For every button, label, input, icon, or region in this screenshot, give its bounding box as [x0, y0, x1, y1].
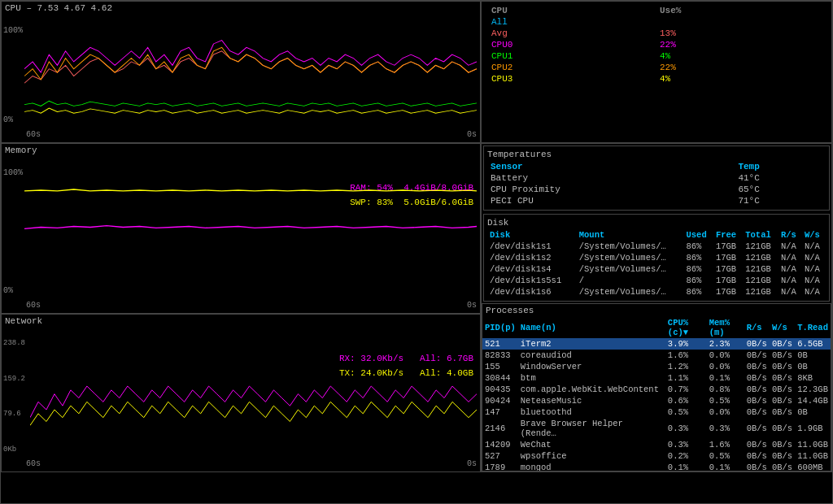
proc-col-header: R/s — [744, 317, 770, 338]
disk-section: Disk DiskMountUsedFreeTotalR/sW/s /dev/d… — [483, 214, 830, 302]
proc-cell: 0.7% — [665, 384, 707, 395]
proc-col-header: Mem%(m) — [707, 317, 744, 338]
proc-col-header: CPU%(c)▼ — [665, 317, 707, 338]
disk-col-header: Total — [743, 229, 778, 241]
legend-cpu-value: 22% — [656, 62, 825, 73]
cpu-time-labels: 60s 0s — [26, 130, 477, 139]
proc-cell: 0.0% — [707, 350, 744, 361]
disk-col-header: W/s — [802, 229, 826, 241]
proc-cell: 8KB — [795, 372, 831, 384]
disk-cell: 86% — [684, 241, 713, 252]
proc-cell: 521 — [482, 338, 518, 350]
proc-cell: 0B/s — [770, 439, 795, 450]
proc-row[interactable]: 2146Brave Browser Helper (Rende…0.3%0.3%… — [482, 418, 831, 439]
proc-cell: 0.1% — [665, 462, 707, 471]
disk-cell: 17GB — [713, 263, 743, 275]
proc-row[interactable]: 90424NeteaseMusic0.6%0.5%0B/s0B/s14.4GB — [482, 395, 831, 406]
proc-cell: 0.5% — [707, 450, 744, 462]
proc-cell: NeteaseMusic — [518, 395, 665, 406]
proc-col-header: PID(p) — [482, 317, 518, 338]
legend-cpu-name: All — [488, 16, 656, 28]
proc-cell: 0B/s — [744, 418, 770, 439]
network-rx-stat: RX: 32.0Kb/s All: 6.7GB — [339, 352, 473, 367]
disk-cell: N/A — [778, 275, 802, 286]
proc-row[interactable]: 14209WeChat0.3%1.6%0B/s0B/s11.0GB — [482, 439, 831, 450]
disk-cell: 86% — [684, 263, 713, 275]
proc-cell: 0.3% — [707, 418, 744, 439]
processes-title: Processes — [482, 304, 831, 317]
proc-cell: 0.5% — [707, 395, 744, 406]
proc-cell: 0B/s — [744, 406, 770, 418]
proc-row[interactable]: 147bluetoothd0.5%0.0%0B/s0B/s0B — [482, 406, 831, 418]
proc-cell: iTerm2 — [518, 338, 665, 350]
proc-cell: 0B/s — [770, 372, 795, 384]
proc-cell: 1789 — [482, 462, 518, 471]
disk-col-header: Mount — [577, 229, 684, 241]
legend-cpu-name: CPU2 — [488, 62, 656, 73]
disk-cell: N/A — [802, 275, 826, 286]
legend-cpu-value: 4% — [656, 50, 825, 62]
disk-cell: N/A — [802, 263, 826, 275]
proc-cell: mongod — [518, 462, 665, 471]
disk-cell: N/A — [778, 286, 802, 298]
disk-cell: /dev/disk1s2 — [487, 252, 577, 263]
proc-cell: 90424 — [482, 395, 518, 406]
proc-cell: coreaudiod — [518, 350, 665, 361]
proc-row[interactable]: 1789mongod0.1%0.1%0B/s0B/s600MB — [482, 462, 831, 471]
disk-cell: 17GB — [713, 286, 743, 298]
proc-cell: 0B/s — [744, 439, 770, 450]
disk-cell: 86% — [684, 275, 713, 286]
cpu-y-labels: 100% 0% — [3, 26, 23, 124]
proc-cell: 0B/s — [744, 361, 770, 372]
disk-cell: /System/Volumes/… — [577, 241, 684, 252]
proc-cell: 527 — [482, 450, 518, 462]
proc-cell: 6.5GB — [795, 338, 831, 350]
proc-cell: 0.3% — [665, 439, 707, 450]
proc-row[interactable]: 155WindowServer1.2%0.0%0B/s0B/s0B — [482, 361, 831, 372]
proc-cell: 0B/s — [770, 418, 795, 439]
proc-row[interactable]: 90435com.apple.WebKit.WebContent0.7%0.8%… — [482, 384, 831, 395]
disk-cell: 17GB — [713, 241, 743, 252]
proc-cell: WindowServer — [518, 361, 665, 372]
legend-cpu-name: Avg — [488, 28, 656, 39]
temp-sensor: Battery — [487, 172, 735, 184]
legend-use-header: Use% — [656, 5, 825, 16]
disk-cell: N/A — [778, 263, 802, 275]
cpu-legend-panel: CPU Use% AllAvg13%CPU022%CPU14%CPU222%CP… — [481, 1, 832, 143]
legend-row: CPU222% — [488, 62, 825, 73]
disk-cell: 121GB — [743, 263, 778, 275]
network-time-labels: 60s 0s — [26, 459, 477, 468]
proc-cell: 1.6% — [665, 350, 707, 361]
temp-value: 71°C — [735, 195, 826, 206]
disk-col-header: Disk — [487, 229, 577, 241]
disk-cell: 17GB — [713, 252, 743, 263]
legend-row: Avg13% — [488, 28, 825, 39]
proc-row[interactable]: 82833coreaudiod1.6%0.0%0B/s0B/s0B — [482, 350, 831, 361]
cpu-legend-table: CPU Use% AllAvg13%CPU022%CPU14%CPU222%CP… — [488, 5, 825, 85]
disk-cell: 17GB — [713, 275, 743, 286]
proc-cell: 0B/s — [744, 450, 770, 462]
proc-cell: 0B/s — [770, 361, 795, 372]
proc-cell: wpsoffice — [518, 450, 665, 462]
disk-cell: N/A — [802, 241, 826, 252]
legend-cpu-header: CPU — [488, 5, 656, 16]
legend-cpu-value — [656, 16, 825, 28]
temperatures-title: Temperatures — [487, 150, 826, 159]
proc-row[interactable]: 527wpsoffice0.2%0.5%0B/s0B/s11.0GB — [482, 450, 831, 462]
disk-cell: /dev/disk1s6 — [487, 286, 577, 298]
disk-cell: N/A — [778, 241, 802, 252]
network-y-labels: 238.8 159.2 79.6 0Kb — [3, 339, 25, 454]
proc-cell: 0B — [795, 361, 831, 372]
proc-cell: 1.6% — [707, 439, 744, 450]
proc-cell: com.apple.WebKit.WebContent — [518, 384, 665, 395]
proc-cell: 1.9GB — [795, 418, 831, 439]
proc-row[interactable]: 30844btm1.1%0.1%0B/s0B/s8KB — [482, 372, 831, 384]
disk-cell: 121GB — [743, 241, 778, 252]
proc-row[interactable]: 521iTerm23.9%2.3%0B/s0B/s6.5GB — [482, 338, 831, 350]
right-column: Temperatures Sensor Temp Battery41°CCPU … — [481, 143, 832, 472]
proc-cell: 14209 — [482, 439, 518, 450]
disk-cell: /System/Volumes/… — [577, 286, 684, 298]
temp-row: CPU Proximity65°C — [487, 184, 826, 195]
proc-cell: 0B/s — [770, 450, 795, 462]
proc-cell: 2.3% — [707, 338, 744, 350]
